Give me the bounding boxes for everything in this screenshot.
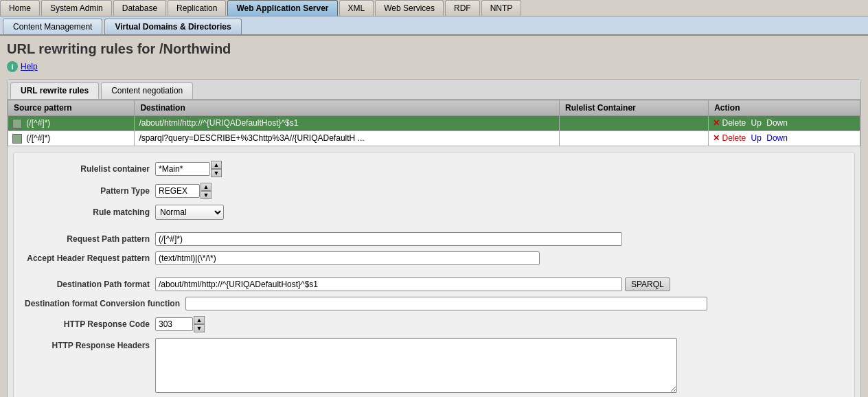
form-row-http-response-headers: HTTP Response Headers <box>25 338 843 393</box>
delete-link-row2[interactable]: Delete <box>722 133 746 143</box>
detail-form: Rulelist container ▲ ▼ Pattern Type ▲ <box>13 152 855 397</box>
request-path-input[interactable] <box>155 232 622 246</box>
rule-matching-label: Rule matching <box>25 207 155 217</box>
delete-x-icon: ✕ <box>713 118 720 128</box>
nav-tab-home[interactable]: Home <box>0 0 40 16</box>
table-row[interactable]: (/[^#]*) /about/html/http://^{URIQADefau… <box>8 116 860 131</box>
col-destination: Destination <box>135 100 560 116</box>
col-source-pattern: Source pattern <box>8 100 135 116</box>
http-code-spinner-down[interactable]: ▼ <box>194 324 205 332</box>
col-rulelist-container: Rulelist Container <box>560 100 709 116</box>
form-row-dest-path: Destination Path format SPARQL <box>25 277 843 291</box>
pattern-type-input[interactable] <box>155 184 200 198</box>
http-response-code-label: HTTP Response Code <box>25 319 155 329</box>
pattern-type-spinner-up[interactable]: ▲ <box>201 183 212 191</box>
request-path-label: Request Path pattern <box>25 234 155 244</box>
second-navigation: Content Management Virtual Domains & Dir… <box>0 16 868 36</box>
http-response-headers-label: HTTP Response Headers <box>25 338 155 350</box>
source-pattern-cell: (/[^#]*) <box>8 116 135 131</box>
dest-path-label: Destination Path format <box>25 280 155 289</box>
nav-tab-web-services[interactable]: Web Services <box>375 0 444 16</box>
nav-tab2-content-management[interactable]: Content Management <box>3 19 102 34</box>
form-row-request-path: Request Path pattern <box>25 232 843 246</box>
http-response-headers-textarea[interactable] <box>155 338 677 393</box>
up-link-row2[interactable]: Up <box>751 133 762 143</box>
pattern-type-spinner-down[interactable]: ▼ <box>201 191 212 199</box>
delete-x-icon: ✕ <box>713 133 720 143</box>
form-row-rule-matching: Rule matching Normal Pass <box>25 205 843 220</box>
form-row-http-response-code: HTTP Response Code ▲ ▼ <box>25 316 843 332</box>
row-icon <box>12 119 22 128</box>
up-link-row1[interactable]: Up <box>751 118 762 128</box>
nav-tab-replication[interactable]: Replication <box>168 0 226 16</box>
nav-tab-system-admin[interactable]: System Admin <box>41 0 112 16</box>
table-row[interactable]: (/[^#]*) /sparql?query=DESCRIBE+%3Chttp%… <box>8 131 860 146</box>
destination-cell: /about/html/http://^{URIQADefaultHost}^$… <box>135 116 560 131</box>
http-response-code-input[interactable] <box>155 317 193 331</box>
nav-tab-rdf[interactable]: RDF <box>445 0 480 16</box>
down-link-row1[interactable]: Down <box>766 118 788 128</box>
accept-header-label: Accept Header Request pattern <box>25 253 155 263</box>
dest-format-label: Destination format Conversion function <box>25 299 185 308</box>
source-pattern-value: (/[^#]*) <box>26 118 50 128</box>
delete-link-row1[interactable]: Delete <box>722 118 746 128</box>
rules-table: Source pattern Destination Rulelist Cont… <box>8 100 860 146</box>
destination-cell: /sparql?query=DESCRIBE+%3Chttp%3A//{URIQ… <box>135 131 560 146</box>
row-icon <box>12 134 22 144</box>
nav-tab-nntp[interactable]: NNTP <box>481 0 522 16</box>
rulelist-container-cell <box>560 131 709 146</box>
tab-url-rewrite-rules[interactable]: URL rewrite rules <box>10 82 99 99</box>
form-row-pattern-type: Pattern Type ▲ ▼ <box>25 183 843 199</box>
http-code-spinner-up[interactable]: ▲ <box>194 316 205 324</box>
down-link-row2[interactable]: Down <box>766 133 788 143</box>
nav-tab-web-application-server[interactable]: Web Application Server <box>227 0 337 16</box>
page-content: URL rewriting rules for /Northwind i Hel… <box>0 36 868 397</box>
spinner-down[interactable]: ▼ <box>211 169 222 177</box>
help-icon: i <box>7 61 18 72</box>
top-navigation: Home System Admin Database Replication W… <box>0 0 868 16</box>
rulelist-container-label: Rulelist container <box>25 164 155 174</box>
rulelist-container-input[interactable] <box>155 162 210 176</box>
tab-panel-content: Source pattern Destination Rulelist Cont… <box>8 100 860 397</box>
source-pattern-value: (/[^#]*) <box>26 133 50 143</box>
col-action: Action <box>709 100 860 116</box>
dest-format-input[interactable] <box>185 297 707 310</box>
action-cell: ✕ Delete Up Down <box>709 116 860 131</box>
help-link[interactable]: Help <box>21 62 38 71</box>
spinner-up[interactable]: ▲ <box>211 161 222 169</box>
tab-panel-container: URL rewrite rules Content negotiation So… <box>7 79 861 397</box>
rule-matching-select[interactable]: Normal Pass <box>155 205 224 220</box>
tab-panel-tabs: URL rewrite rules Content negotiation <box>8 80 860 100</box>
accept-header-input[interactable] <box>155 251 540 265</box>
dest-path-input[interactable] <box>155 277 622 291</box>
nav-tab-xml[interactable]: XML <box>339 0 374 16</box>
action-cell: ✕ Delete Up Down <box>709 131 860 146</box>
form-row-dest-format: Destination format Conversion function <box>25 297 843 310</box>
form-row-accept-header: Accept Header Request pattern <box>25 251 843 265</box>
sparql-button[interactable]: SPARQL <box>625 277 670 291</box>
rulelist-container-spinner: ▲ ▼ <box>211 161 222 177</box>
help-row: i Help <box>7 61 861 72</box>
form-row-rulelist-container: Rulelist container ▲ ▼ <box>25 161 843 177</box>
page-title: URL rewriting rules for /Northwind <box>7 41 861 57</box>
rulelist-container-cell <box>560 116 709 131</box>
nav-tab-database[interactable]: Database <box>113 0 166 16</box>
tab-content-negotiation[interactable]: Content negotiation <box>101 82 193 99</box>
pattern-type-label: Pattern Type <box>25 186 155 196</box>
nav-tab2-virtual-domains[interactable]: Virtual Domains & Directories <box>104 19 241 34</box>
source-pattern-cell: (/[^#]*) <box>8 131 135 146</box>
